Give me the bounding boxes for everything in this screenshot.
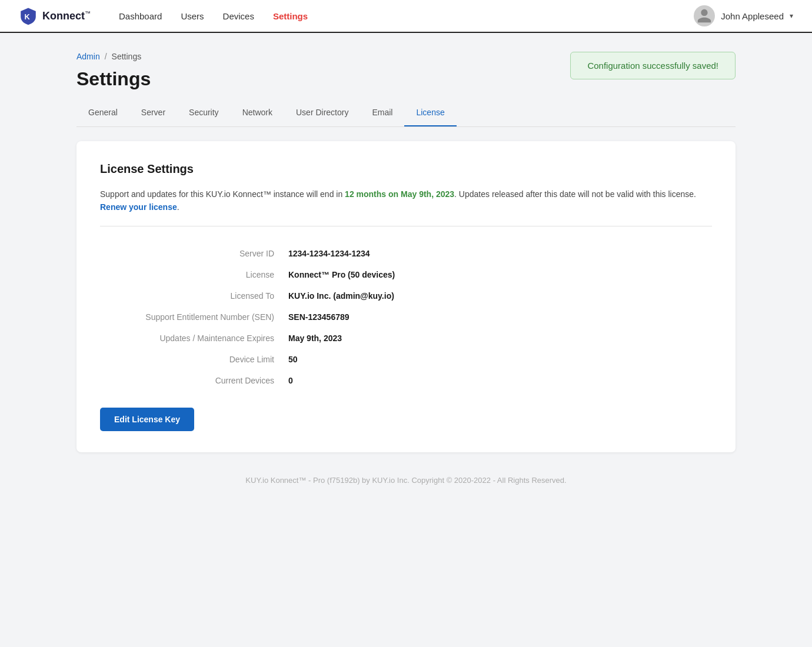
footer-company-link[interactable]: KUY.io Inc [372, 476, 407, 485]
logo-icon: K [19, 6, 38, 25]
user-menu[interactable]: John Appleseed ▾ [694, 5, 793, 26]
footer-brand-link[interactable]: KUY.io Konnect™ [245, 476, 306, 485]
tab-security[interactable]: Security [177, 99, 231, 126]
table-row: Updates / Maintenance Expires May 9th, 2… [100, 328, 712, 349]
page-title: Settings [76, 68, 570, 90]
nav-links: Dashboard Users Devices Settings [119, 1, 694, 32]
tab-general[interactable]: General [76, 99, 129, 126]
highlight-date: 12 months on May 9th, 2023 [345, 189, 454, 199]
footer-copyright: . Copyright © 2020-2022 - All Rights Res… [407, 476, 566, 485]
footer-brand: KUY.io Konnect™ - Pro (f75192b) by KUY.i… [245, 476, 566, 485]
breadcrumb: Admin / Settings [76, 52, 570, 61]
nav-devices[interactable]: Devices [223, 1, 254, 32]
svg-text:K: K [25, 12, 31, 21]
field-value-sen: SEN-123456789 [288, 312, 350, 322]
desc-middle: . Updates released after this date will … [454, 189, 696, 199]
license-description: Support and updates for this KUY.io Konn… [100, 188, 712, 214]
renew-license-link[interactable]: Renew your license [100, 202, 177, 212]
logo-text: Konnect™ [42, 10, 91, 22]
field-value-licensed-to: KUY.io Inc. (admin@kuy.io) [288, 291, 394, 301]
tab-server[interactable]: Server [129, 99, 177, 126]
breadcrumb-separator: / [105, 52, 107, 61]
breadcrumb-admin[interactable]: Admin [76, 52, 100, 61]
card-title: License Settings [100, 162, 712, 176]
footer: KUY.io Konnect™ - Pro (f75192b) by KUY.i… [76, 452, 736, 496]
avatar [694, 5, 715, 26]
field-value-expires: May 9th, 2023 [288, 333, 342, 343]
table-row: Current Devices 0 [100, 370, 712, 391]
field-value-license: Konnect™ Pro (50 devices) [288, 270, 395, 279]
breadcrumb-current: Settings [112, 52, 142, 61]
table-row: Support Entitlement Number (SEN) SEN-123… [100, 306, 712, 328]
table-row: Server ID 1234-1234-1234-1234 [100, 243, 712, 264]
banner-area: Configuration successfully saved! [570, 52, 736, 79]
logo-link[interactable]: K Konnect™ [19, 6, 91, 25]
field-label-licensed-to: Licensed To [100, 291, 288, 301]
field-value-current-devices: 0 [288, 376, 293, 385]
tab-network[interactable]: Network [231, 99, 284, 126]
field-label-device-limit: Device Limit [100, 355, 288, 364]
navbar: K Konnect™ Dashboard Users Devices Setti… [0, 0, 812, 33]
avatar-icon [696, 8, 713, 24]
main-content: Admin / Settings Settings Configuration … [53, 33, 759, 532]
field-value-device-limit: 50 [288, 355, 298, 364]
footer-edition: - Pro (f75192b) by [306, 476, 372, 485]
user-name: John Appleseed [721, 11, 784, 21]
field-label-server-id: Server ID [100, 249, 288, 258]
success-message: Configuration successfully saved! [587, 61, 718, 71]
license-info-table: Server ID 1234-1234-1234-1234 License Ko… [100, 243, 712, 391]
field-label-expires: Updates / Maintenance Expires [100, 333, 288, 343]
field-label-current-devices: Current Devices [100, 376, 288, 385]
tab-user-directory[interactable]: User Directory [284, 99, 360, 126]
table-row: Device Limit 50 [100, 349, 712, 370]
field-value-server-id: 1234-1234-1234-1234 [288, 249, 370, 258]
field-label-license: License [100, 270, 288, 279]
table-row: License Konnect™ Pro (50 devices) [100, 264, 712, 285]
field-label-sen: Support Entitlement Number (SEN) [100, 312, 288, 322]
edit-license-key-button[interactable]: Edit License Key [100, 408, 194, 431]
section-divider [100, 226, 712, 226]
success-banner: Configuration successfully saved! [570, 52, 736, 79]
chevron-down-icon: ▾ [790, 12, 793, 20]
tab-license[interactable]: License [404, 99, 456, 126]
nav-users[interactable]: Users [181, 1, 204, 32]
table-row: Licensed To KUY.io Inc. (admin@kuy.io) [100, 285, 712, 306]
header-title-area: Admin / Settings Settings [76, 52, 570, 90]
license-card: License Settings Support and updates for… [76, 141, 736, 452]
nav-dashboard[interactable]: Dashboard [119, 1, 162, 32]
tab-email[interactable]: Email [360, 99, 404, 126]
desc-prefix: Support and updates for this KUY.io Konn… [100, 189, 345, 199]
header-top: Admin / Settings Settings Configuration … [76, 52, 736, 90]
nav-settings[interactable]: Settings [273, 1, 308, 32]
settings-tabs: General Server Security Network User Dir… [76, 99, 736, 127]
desc-suffix: . [177, 202, 179, 212]
